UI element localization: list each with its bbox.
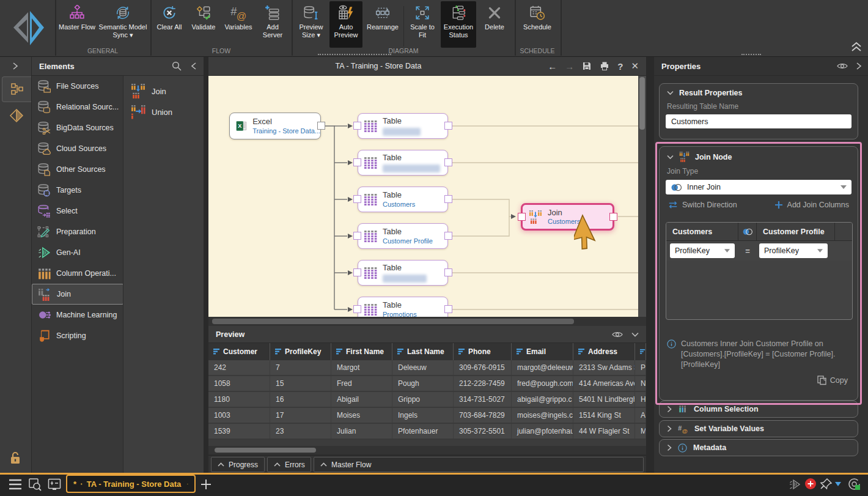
delete-button[interactable]: Delete — [479, 1, 510, 48]
output-port[interactable] — [444, 195, 452, 203]
strip-tab-model[interactable] — [2, 103, 31, 128]
flow-canvas[interactable]: X Excel Training - Store Data... Table T… — [208, 76, 646, 317]
sidebar-item-select[interactable]: Select — [32, 201, 123, 221]
input-port[interactable] — [353, 305, 361, 313]
preview-horizontal-scrollbar[interactable] — [208, 446, 646, 454]
eye-icon[interactable] — [612, 331, 623, 338]
genai-status-icon[interactable] — [789, 478, 801, 490]
column-selection-section[interactable]: Column Selection — [659, 401, 858, 418]
strip-tab-elements[interactable] — [2, 76, 31, 102]
sidebar-item-join[interactable]: Join — [32, 284, 123, 305]
input-port[interactable] — [353, 195, 361, 203]
canvas-vertical-scrollbar[interactable] — [638, 76, 646, 317]
metadata-section[interactable]: Metadata — [659, 439, 858, 456]
input-port[interactable] — [353, 122, 361, 130]
column-header[interactable]: First Name — [331, 343, 392, 360]
output-port[interactable] — [444, 122, 452, 130]
table-node-customer-profile[interactable]: Table Customer Profile — [358, 223, 448, 249]
column-header[interactable]: Address — [573, 343, 635, 360]
output-port[interactable] — [444, 158, 452, 166]
tab-errors[interactable]: Errors — [267, 457, 311, 472]
scrollbar-thumb[interactable] — [639, 77, 645, 130]
schedule-button[interactable]: Schedule — [518, 1, 556, 48]
notification-badge-icon[interactable] — [804, 478, 817, 490]
execution-status-button[interactable]: Execution Status — [441, 1, 476, 48]
output-port[interactable] — [444, 232, 452, 240]
eye-icon[interactable] — [837, 62, 848, 70]
set-variable-values-section[interactable]: # @ Set Variable Values — [659, 420, 858, 437]
tab-progress[interactable]: Progress — [211, 457, 265, 472]
flow-tab-active[interactable]: * TA - Training - Store Data — [66, 475, 196, 493]
panel-splitter[interactable] — [204, 57, 208, 473]
output-port[interactable] — [317, 122, 325, 130]
print-icon[interactable] — [600, 61, 609, 71]
join-type-dropdown[interactable]: Inner Join — [666, 180, 851, 194]
scrollbar-thumb[interactable] — [215, 448, 316, 453]
table-node-promotions[interactable]: Table Promotions — [358, 297, 448, 317]
column-header[interactable]: Phone — [454, 343, 512, 360]
tab-master-flow[interactable]: Master Flow — [314, 457, 644, 472]
input-port[interactable] — [353, 158, 361, 166]
rearrange-button[interactable]: Rearrange — [364, 1, 402, 48]
chevron-down-icon[interactable] — [631, 332, 639, 337]
column-header[interactable]: ProfileKey — [270, 343, 331, 360]
menu-icon[interactable] — [9, 479, 22, 490]
search-icon[interactable] — [172, 61, 182, 71]
column-header[interactable]: Email — [512, 343, 573, 360]
copy-button[interactable]: Copy — [817, 376, 848, 385]
help-icon[interactable]: ? — [617, 61, 623, 72]
close-canvas-icon[interactable]: ✕ — [631, 61, 639, 72]
auto-preview-button[interactable]: Auto Preview — [329, 1, 362, 48]
table-row[interactable]: 153923JulianPfotenhauer305-372-5501julia… — [208, 424, 646, 440]
save-icon[interactable] — [582, 61, 592, 71]
table-node[interactable]: Table — [358, 260, 448, 286]
expand-panel-icon[interactable] — [11, 62, 20, 70]
sidebar-item-bigdata-sources[interactable]: BigData Sources — [32, 117, 123, 138]
sidebar-item-file-sources[interactable]: File Sources — [32, 76, 123, 97]
add-join-columns-button[interactable]: Add Join Columns — [774, 201, 849, 209]
add-tab-icon[interactable] — [200, 479, 211, 490]
scrollbar-thumb[interactable] — [212, 319, 574, 324]
browse-flows-icon[interactable] — [28, 478, 42, 491]
connection-status-icon[interactable] — [847, 477, 861, 491]
excel-source-node[interactable]: X Excel Training - Store Data... — [229, 113, 321, 139]
sidebar-item-preparation[interactable]: Preparation — [32, 221, 123, 242]
chevron-down-icon[interactable] — [667, 91, 674, 95]
semantic-model-sync-button[interactable]: Semantic Model Sync ▾ — [97, 1, 149, 48]
clear-all-button[interactable]: Clear All — [153, 1, 185, 48]
table-row[interactable]: 105815FredPough212-228-7459fred@pough.co… — [208, 376, 646, 392]
sidebar-item-targets[interactable]: Targets — [32, 180, 123, 201]
pin-icon[interactable] — [819, 478, 833, 491]
collapse-panel-icon[interactable] — [190, 62, 197, 70]
table-row[interactable]: 118016AbigailGrippo314-731-5027abigail@g… — [208, 392, 646, 408]
validate-button[interactable]: Validate — [187, 1, 220, 48]
table-row[interactable]: 2427MargotDeleeuw309-676-0915margot@dele… — [208, 360, 646, 376]
table-node[interactable]: Table — [358, 150, 448, 176]
input-port[interactable] — [353, 268, 361, 276]
sidebar-item-scripting[interactable]: Scripting — [32, 325, 123, 346]
column-header[interactable]: Customer — [208, 343, 270, 360]
switch-direction-button[interactable]: Switch Direction — [668, 201, 737, 209]
resulting-table-name-input[interactable]: Customers — [666, 114, 851, 128]
canvas-horizontal-scrollbar[interactable] — [208, 317, 646, 326]
sidebar-item-machine-learning[interactable]: Machine Learning — [32, 305, 123, 325]
new-flow-icon[interactable] — [48, 478, 61, 490]
output-port[interactable] — [444, 268, 452, 276]
collapse-ribbon-icon[interactable] — [850, 40, 863, 53]
sidebar-item-column-operations[interactable]: Column Operati... — [32, 263, 123, 284]
sidebar-item-relational-sources[interactable]: Relational Sourc... — [32, 97, 123, 117]
sidebar-item-gen-ai[interactable]: Gen-AI — [32, 242, 123, 263]
left-column-dropdown[interactable]: ProfileKey — [670, 243, 735, 258]
tab-caret-icon[interactable] — [187, 482, 188, 486]
input-port[interactable] — [353, 232, 361, 240]
column-header[interactable]: Last Name — [392, 343, 454, 360]
palette-item-union[interactable]: Union — [123, 102, 204, 122]
collapse-panel-icon[interactable] — [856, 62, 862, 70]
add-server-button[interactable]: Add Server — [257, 1, 289, 48]
output-port[interactable] — [444, 305, 452, 313]
column-header-partial[interactable] — [635, 343, 646, 360]
palette-item-join[interactable]: Join — [123, 81, 204, 102]
status-caret-icon[interactable] — [835, 482, 841, 486]
preview-size-button[interactable]: Preview Size ▾ — [294, 1, 328, 48]
scale-to-fit-button[interactable]: Scale to Fit — [406, 1, 439, 48]
